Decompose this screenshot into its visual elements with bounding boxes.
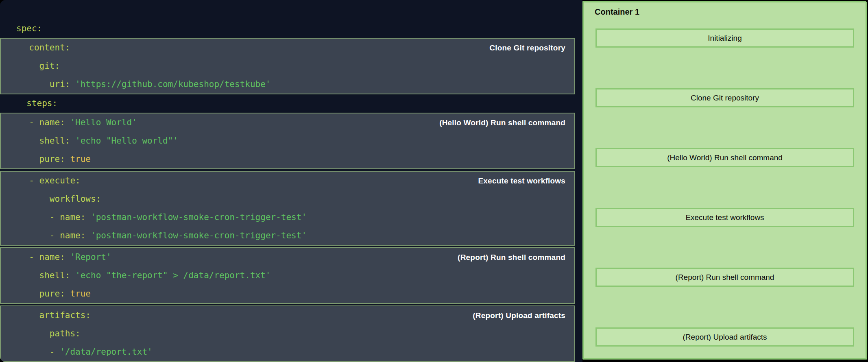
yaml-string: 'echo "the-report" > /data/report.txt' <box>75 270 270 280</box>
yaml-key: content: <box>19 43 70 52</box>
step-box-label: (Report) Upload artifacts <box>683 333 767 342</box>
container-panel: Container 1 InitializingClone Git reposi… <box>582 1 867 360</box>
yaml-key: - name: <box>19 212 91 222</box>
step-box-label: (Report) Run shell command <box>676 273 774 282</box>
container-title: Container 1 <box>595 7 639 17</box>
code-line: - '/data/report.txt' <box>1 343 574 361</box>
yaml-boolean: true <box>70 154 91 164</box>
code-line: paths: <box>1 325 574 343</box>
code-line: pure: true <box>1 150 574 168</box>
yaml-boolean: true <box>70 289 91 299</box>
step-box-label: Initializing <box>708 34 742 43</box>
code-line: content: <box>1 39 574 57</box>
step-box[interactable]: (Report) Upload artifacts <box>595 327 854 347</box>
code-line: pure: true <box>1 285 574 303</box>
block-step-label: (Hello World) Run shell command <box>439 113 565 132</box>
yaml-string: 'https://github.com/kubeshop/testkube' <box>75 79 270 89</box>
step-box[interactable]: Execute test workflows <box>595 208 854 227</box>
step-box[interactable]: (Report) Run shell command <box>595 268 854 287</box>
code-line: - name: 'postman-workflow-smoke-cron-tri… <box>1 208 574 227</box>
yaml-key: git: <box>19 61 60 71</box>
code-line: spec: <box>0 20 575 38</box>
yaml-key: artifacts: <box>19 310 91 320</box>
code-line: shell: 'echo "Hello world"' <box>1 132 574 150</box>
code-step-block[interactable]: - name: 'Hello World' shell: 'echo "Hell… <box>0 113 575 169</box>
code-step-block[interactable]: artifacts: paths: - '/data/report.txt'(R… <box>0 305 575 362</box>
code-line: workflows: <box>1 190 574 208</box>
yaml-editor[interactable]: spec: content: git: uri: 'https://github… <box>0 0 582 362</box>
code-line: uri: 'https://github.com/kubeshop/testku… <box>1 75 574 94</box>
yaml-string: 'Hello World' <box>70 118 137 127</box>
step-box[interactable]: (Hello World) Run shell command <box>595 148 854 167</box>
block-step-label: Execute test workflows <box>478 172 565 190</box>
yaml-key: - name: <box>19 118 70 127</box>
code-step-block[interactable]: content: git: uri: 'https://github.com/k… <box>0 38 575 94</box>
workflow-visualizer-window: spec: content: git: uri: 'https://github… <box>0 0 868 362</box>
code-row: steps: <box>0 94 575 113</box>
step-box-label: (Hello World) Run shell command <box>667 153 783 162</box>
code-line: steps: <box>0 94 575 113</box>
yaml-key: pure: <box>19 289 70 299</box>
code-line: shell: 'echo "the-report" > /data/report… <box>1 266 574 285</box>
yaml-key: workflows: <box>19 194 101 204</box>
block-step-label: Clone Git repository <box>489 39 565 57</box>
yaml-key: - <box>19 347 60 357</box>
yaml-string: '/data/report.txt' <box>60 347 153 357</box>
step-box-label: Clone Git repository <box>691 94 759 102</box>
code-step-block[interactable]: - execute: workflows: - name: 'postman-w… <box>0 171 575 246</box>
yaml-key: pure: <box>19 154 70 164</box>
code-line: git: <box>1 57 574 75</box>
step-box[interactable]: Initializing <box>595 28 854 48</box>
yaml-key: - name: <box>19 252 70 262</box>
yaml-key: steps: <box>16 98 57 108</box>
screenshot-stage: spec: content: git: uri: 'https://github… <box>0 0 868 362</box>
block-step-label: (Report) Run shell command <box>458 248 565 266</box>
yaml-string: 'postman-workflow-smoke-cron-trigger-tes… <box>91 231 307 240</box>
block-step-label: (Report) Upload artifacts <box>473 306 565 325</box>
code-line: - name: 'postman-workflow-smoke-cron-tri… <box>1 227 574 245</box>
yaml-key: - execute: <box>19 176 81 185</box>
yaml-string: 'Report' <box>70 252 111 262</box>
step-box[interactable]: Clone Git repository <box>595 88 854 107</box>
yaml-string: 'postman-workflow-smoke-cron-trigger-tes… <box>91 212 307 222</box>
code-row: spec: <box>0 0 575 38</box>
yaml-key: shell: <box>19 136 75 146</box>
code-step-block[interactable]: - name: 'Report' shell: 'echo "the-repor… <box>0 247 575 304</box>
yaml-string: 'echo "Hello world"' <box>75 136 178 146</box>
yaml-key: paths: <box>19 329 81 338</box>
yaml-key: - name: <box>19 231 91 240</box>
step-box-label: Execute test workflows <box>685 213 764 222</box>
yaml-key: spec: <box>16 24 42 33</box>
yaml-key: shell: <box>19 270 75 280</box>
yaml-key: uri: <box>19 79 75 89</box>
